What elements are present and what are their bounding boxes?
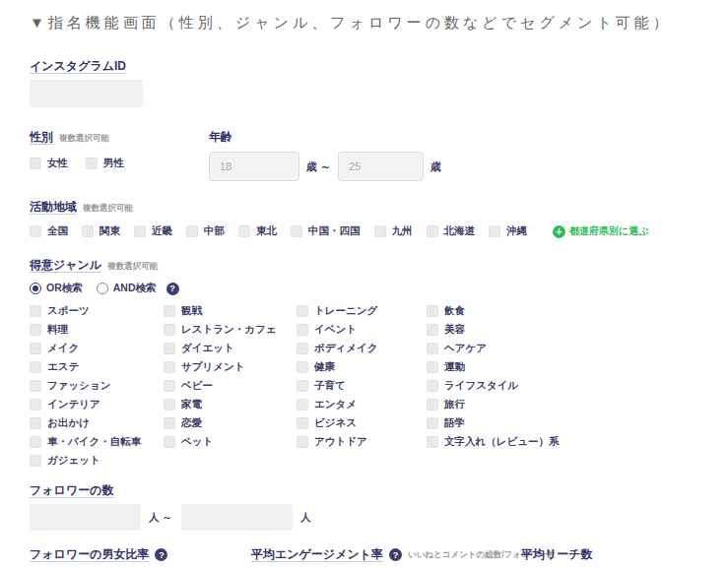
checkbox-item[interactable]: 旅行	[427, 398, 700, 411]
checkbox-item[interactable]: 中国・四国	[291, 224, 361, 238]
checkbox-icon	[30, 343, 41, 354]
checkbox-item[interactable]: 九州	[374, 224, 413, 238]
checkbox-label: ファッション	[47, 379, 110, 393]
checkbox-item[interactable]: ビジネス	[297, 416, 427, 430]
checkbox-label: ライフスタイル	[444, 379, 518, 393]
checkbox-item[interactable]: サプリメント	[164, 360, 297, 374]
checkbox-label: ガジェット	[47, 454, 100, 468]
checkbox-item[interactable]: エステ	[30, 360, 164, 374]
checkbox-item[interactable]: 料理	[30, 323, 164, 337]
checkbox-item[interactable]: 全国	[30, 224, 68, 238]
checkbox-item[interactable]: 美容	[427, 323, 700, 337]
checkbox-icon	[297, 399, 308, 411]
engagement-section: 平均エンゲージメント率 ? いいねとコメントの総数/フォロワー数 選択してくださ…	[251, 546, 521, 569]
checkbox-item[interactable]: レストラン・カフェ	[164, 323, 297, 337]
checkbox-item[interactable]: ファッション	[30, 379, 164, 393]
age-section: 年齢 歳 ～ 歳	[209, 127, 441, 181]
checkbox-item[interactable]: スポーツ	[30, 304, 164, 318]
checkbox-item[interactable]: 恋愛	[164, 416, 297, 430]
checkbox-item[interactable]: 女性	[30, 157, 68, 170]
checkbox-icon	[30, 324, 41, 336]
checkbox-icon	[297, 324, 308, 336]
checkbox-icon	[30, 380, 41, 392]
checkbox-label: 北海道	[444, 224, 476, 238]
checkbox-label: 全国	[47, 224, 68, 238]
checkbox-icon	[427, 225, 438, 237]
checkbox-item[interactable]: 家電	[164, 398, 297, 411]
checkbox-icon	[164, 324, 175, 336]
checkbox-item[interactable]: ベビー	[164, 379, 297, 393]
checkbox-label: メイク	[47, 342, 79, 355]
checkbox-label: 東北	[256, 224, 277, 238]
checkbox-item[interactable]: 関東	[82, 224, 120, 238]
checkbox-label: 運動	[444, 360, 465, 374]
checkbox-icon	[164, 380, 175, 392]
radio-item[interactable]: AND検索	[97, 282, 157, 295]
radio-label: AND検索	[113, 282, 157, 295]
region-label: 活動地域	[30, 199, 77, 216]
checkbox-item[interactable]: アウトドア	[297, 435, 427, 449]
checkbox-label: 健康	[314, 360, 335, 374]
followers-max-input[interactable]	[181, 504, 293, 531]
checkbox-item[interactable]: 東北	[238, 224, 277, 238]
checkbox-label: ダイエット	[181, 342, 234, 355]
checkbox-item[interactable]: 語学	[427, 416, 700, 430]
reach-section: 平均リーチ数 以上	[521, 546, 700, 569]
checkbox-item[interactable]: ペット	[164, 435, 297, 449]
checkbox-item[interactable]: 観戦	[164, 304, 297, 318]
checkbox-item[interactable]: 健康	[297, 360, 427, 374]
bottom-criteria-row: フォロワーの男女比率 ? 男性 女性 % 以上 平均エンゲージメント率 ? いい…	[30, 546, 700, 569]
checkbox-icon	[164, 305, 175, 317]
checkbox-item[interactable]: ヘアケア	[427, 342, 700, 355]
prefecture-link[interactable]: + 都道府県別に選ぶ	[553, 224, 648, 238]
checkbox-item[interactable]: 近畿	[134, 224, 172, 238]
checkbox-label: 美容	[444, 323, 465, 337]
gender-ratio-label: フォロワーの男女比率	[30, 546, 149, 563]
checkbox-label: スポーツ	[47, 304, 90, 318]
gender-ratio-help-icon[interactable]: ?	[155, 548, 167, 561]
checkbox-item[interactable]: メイク	[30, 342, 164, 355]
checkbox-item[interactable]: 男性	[86, 157, 124, 170]
followers-min-input[interactable]	[30, 504, 141, 531]
checkbox-icon	[30, 158, 41, 169]
checkbox-icon	[297, 436, 308, 448]
checkbox-item[interactable]: お出かけ	[30, 416, 164, 430]
instagram-id-section: インスタグラムID	[30, 56, 700, 107]
instagram-id-input[interactable]	[30, 80, 143, 107]
radio-item[interactable]: OR検索	[30, 282, 83, 295]
checkbox-label: ビジネス	[314, 416, 357, 430]
checkbox-item[interactable]: トレーニング	[297, 304, 427, 318]
segment-form-page: ▼指名機能画面（性別、ジャンル、フォロワーの数などでセグメント可能） インスタグ…	[0, 0, 728, 569]
checkbox-item[interactable]: 中部	[186, 224, 225, 238]
checkbox-item[interactable]: 沖縄	[489, 224, 527, 238]
checkbox-label: サプリメント	[181, 360, 244, 374]
followers-unit-between: 人 ～	[149, 511, 172, 525]
age-max-input[interactable]	[338, 152, 424, 181]
checkbox-item[interactable]: 車・バイク・自転車	[30, 435, 164, 449]
checkbox-item[interactable]: 運動	[427, 360, 700, 374]
checkbox-icon	[238, 225, 250, 237]
checkbox-label: 飲食	[444, 304, 465, 318]
checkbox-item[interactable]: ボディメイク	[297, 342, 427, 355]
checkbox-item[interactable]: 文字入れ（レビュー）系	[427, 435, 700, 449]
checkbox-label: 関東	[99, 224, 120, 238]
checkbox-item[interactable]: 飲食	[427, 304, 700, 318]
checkbox-icon	[164, 436, 175, 448]
genre-label: 得意ジャンル	[30, 257, 101, 274]
checkbox-item[interactable]: エンタメ	[297, 398, 427, 411]
checkbox-item[interactable]: インテリア	[30, 398, 164, 411]
checkbox-item[interactable]: イベント	[297, 323, 427, 337]
checkbox-label: 近畿	[152, 224, 172, 238]
checkbox-item[interactable]: 北海道	[427, 224, 476, 238]
checkbox-item[interactable]: ライフスタイル	[427, 379, 700, 393]
age-min-input[interactable]	[209, 152, 299, 181]
checkbox-item[interactable]: ダイエット	[164, 342, 297, 355]
genre-help-icon[interactable]: ?	[166, 283, 179, 295]
gender-ratio-section: フォロワーの男女比率 ? 男性 女性 % 以上	[30, 546, 251, 569]
checkbox-item[interactable]: ガジェット	[30, 454, 164, 468]
region-options-row: 全国 関東 近畿 中部 東北 中国・四国 九州 北海道 沖縄 + 都道府県別に選…	[30, 224, 700, 238]
checkbox-item[interactable]: 子育て	[297, 379, 427, 393]
checkbox-icon	[297, 305, 308, 317]
checkbox-icon	[427, 436, 438, 448]
engagement-help-icon[interactable]: ?	[389, 548, 402, 561]
